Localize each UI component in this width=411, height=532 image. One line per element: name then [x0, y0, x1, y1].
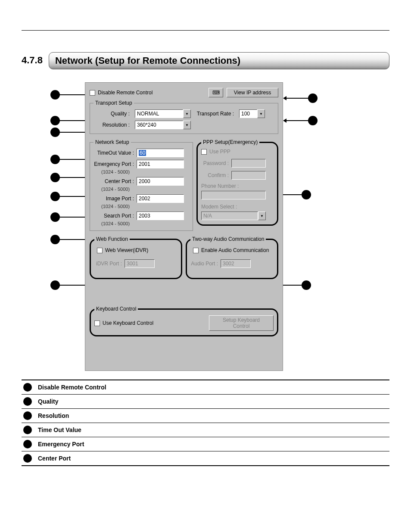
legend-item: Disable Remote Control: [22, 380, 389, 395]
checkbox-icon: [193, 248, 199, 253]
disable-remote-label: Disable Remote Control: [98, 90, 153, 96]
idvr-port-label: iDVR Port :: [94, 261, 125, 267]
phone-input: [201, 191, 266, 199]
chevron-down-icon: ▼: [183, 121, 191, 129]
use-keyboard-label: Use Keyboard Control: [103, 320, 153, 326]
legend-item: Resolution: [22, 409, 389, 423]
callout-disable-remote: [50, 90, 89, 100]
network-legend: Network Setup: [93, 139, 131, 145]
search-input[interactable]: 2003: [137, 212, 184, 220]
search-range: (1024 - 5000): [101, 221, 189, 226]
legend-item: Center Port: [22, 451, 389, 465]
keyboard-legend: Keyboard Control: [94, 306, 138, 312]
callout-ppp: [281, 190, 311, 199]
password-input: [231, 159, 266, 168]
web-viewer-label: Web Viewer(iDVR): [105, 247, 148, 253]
quality-label: Quality :: [93, 111, 132, 117]
keyboard-control-group: Keyboard Control Use Keyboard Control Se…: [90, 306, 278, 336]
rate-label: Transport Rate :: [193, 111, 237, 117]
rate-select[interactable]: 100 ▼: [239, 109, 265, 118]
center-range: (1024 - 5000): [101, 187, 189, 192]
confirm-input: [231, 171, 266, 180]
rate-value: 100: [239, 109, 257, 118]
modem-value: N/A: [201, 212, 258, 220]
emergency-label: Emergency Port :: [93, 161, 137, 167]
search-label: Search Port :: [93, 213, 137, 219]
legend-item: Quality: [22, 395, 389, 409]
callout-transport-rate: [283, 116, 318, 125]
checkbox-icon: [94, 320, 100, 326]
resolution-value: 360*240: [135, 121, 183, 129]
audio-legend: Two-way Audio Communication: [190, 236, 266, 242]
emergency-range: (1024 - 5000): [101, 169, 189, 174]
legend-item: Emergency Port: [22, 437, 389, 451]
disable-remote-checkbox[interactable]: Disable Remote Control: [90, 90, 205, 96]
audio-group: Two-way Audio Communication Enable Audio…: [186, 236, 278, 279]
network-setup-group: Network Setup TimeOut Value : 60 Emergen…: [90, 139, 193, 231]
transport-setup-group: Transport Setup Quality : NORMAL ▼ Trans…: [90, 100, 278, 134]
legend-item: Time Out Value: [22, 423, 389, 437]
enable-audio-checkbox[interactable]: Enable Audio Communication: [193, 247, 274, 253]
quality-value: NORMAL: [135, 109, 183, 118]
timeout-input[interactable]: 60: [137, 149, 184, 157]
password-label: Password :: [201, 160, 231, 166]
web-legend: Web Function: [94, 236, 130, 242]
view-ip-button[interactable]: View IP address: [227, 88, 278, 97]
checkbox-icon: [90, 90, 95, 96]
transport-legend: Transport Setup: [93, 100, 134, 106]
timeout-label: TimeOut Value :: [93, 150, 137, 156]
callout-view-ip: [283, 93, 318, 103]
enable-audio-label: Enable Audio Communication: [201, 247, 269, 253]
center-input[interactable]: 2000: [137, 177, 184, 186]
modem-label: Modem Select :: [201, 204, 274, 210]
ppp-legend: PPP Setup(Emergency): [201, 139, 259, 145]
keyboard-icon[interactable]: ⌨: [209, 88, 223, 97]
image-range: (1024 - 5000): [101, 204, 189, 209]
resolution-select[interactable]: 360*240 ▼: [135, 121, 191, 129]
use-ppp-label: Use PPP: [209, 149, 233, 155]
annotated-diagram: Disable Remote Control ⌨ View IP address…: [50, 82, 361, 375]
idvr-port-input: 3001: [125, 259, 155, 268]
legend-list: Disable Remote Control Quality Resolutio…: [22, 380, 389, 466]
audio-port-label: Audio Port :: [190, 261, 221, 267]
top-rule: [22, 30, 389, 31]
bullet-icon: [23, 440, 32, 448]
bullet-icon: [23, 454, 32, 463]
bullet-icon: [23, 411, 32, 420]
checkbox-icon: [97, 248, 103, 253]
phone-label: Phone Number :: [201, 183, 274, 189]
image-label: Image Port :: [93, 196, 137, 202]
setup-keyboard-button: Setup Keyboard Control: [209, 315, 274, 331]
ppp-setup-group: PPP Setup(Emergency) Use PPP Password : …: [196, 139, 278, 226]
emergency-input[interactable]: 2001: [137, 160, 184, 168]
quality-select[interactable]: NORMAL ▼: [135, 109, 191, 118]
audio-port-input: 3002: [221, 259, 251, 268]
center-label: Center Port :: [93, 178, 137, 184]
network-dialog: Disable Remote Control ⌨ View IP address…: [85, 82, 283, 371]
chevron-down-icon: ▼: [183, 109, 191, 118]
use-ppp-checkbox[interactable]: Use PPP: [201, 149, 274, 155]
web-viewer-checkbox[interactable]: Web Viewer(iDVR): [97, 247, 177, 253]
bullet-icon: [23, 426, 32, 434]
chevron-down-icon: ▼: [258, 212, 266, 220]
bullet-icon: [23, 383, 32, 392]
section-number: 4.7.8: [22, 52, 49, 69]
image-input[interactable]: 2002: [137, 194, 184, 203]
web-function-group: Web Function Web Viewer(iDVR) iDVR Port …: [90, 236, 182, 279]
use-keyboard-checkbox[interactable]: Use Keyboard Control: [94, 320, 205, 326]
section-header: 4.7.8 Network (Setup for Remote Connecti…: [22, 52, 389, 69]
resolution-label: Resolution :: [93, 122, 132, 128]
bullet-icon: [23, 397, 32, 406]
chevron-down-icon: ▼: [257, 109, 265, 118]
modem-select: N/A ▼: [201, 212, 266, 220]
section-title: Network (Setup for Remote Connections): [49, 52, 389, 69]
checkbox-icon: [201, 149, 207, 155]
callout-audio: [279, 280, 311, 290]
confirm-label: Confirm :: [201, 172, 231, 178]
